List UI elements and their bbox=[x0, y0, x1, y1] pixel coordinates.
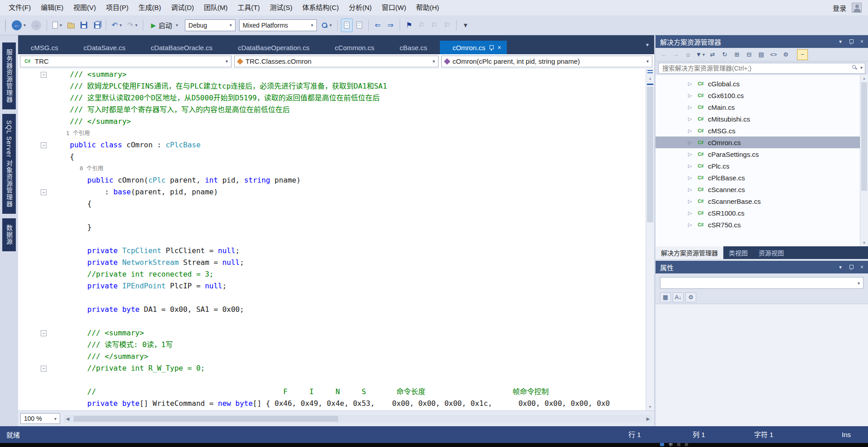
undo-button[interactable]: ↶▾ bbox=[109, 19, 124, 32]
menu-item[interactable]: 项目(P) bbox=[101, 0, 133, 15]
side-tool-tab[interactable]: SQL Server 对象资源管理器 bbox=[2, 114, 16, 214]
expander-icon[interactable]: ▷ bbox=[688, 81, 693, 87]
solution-tree-item[interactable]: ▷C#cSR1000.cs bbox=[656, 207, 868, 219]
scrollbar-thumb[interactable] bbox=[647, 87, 653, 222]
solution-tree-item[interactable]: ▷C#cPlcBase.cs bbox=[656, 172, 868, 184]
member-combobox[interactable]: cOmron(cPlc parent, int pid, string pnam… bbox=[441, 56, 652, 67]
clear-bookmarks-button[interactable]: ⚐ bbox=[441, 19, 453, 32]
fold-collapse-icon[interactable]: − bbox=[41, 189, 47, 195]
solution-configuration-combobox[interactable]: Debug ▾ bbox=[185, 19, 236, 31]
refresh-icon[interactable]: ↻ bbox=[719, 49, 730, 60]
user-avatar[interactable] bbox=[852, 3, 862, 13]
solution-tree-item[interactable]: ▷C#cMain.cs bbox=[656, 101, 868, 113]
menu-item[interactable]: 团队(M) bbox=[199, 0, 233, 15]
fold-collapse-icon[interactable]: − bbox=[41, 366, 47, 372]
search-icon[interactable] bbox=[852, 65, 857, 70]
decrease-indent-button[interactable]: ⇐ bbox=[372, 19, 384, 32]
toolbar-grip-handle[interactable] bbox=[5, 19, 7, 31]
menu-item[interactable]: 测试(S) bbox=[265, 0, 297, 15]
expander-icon[interactable]: ▷ bbox=[688, 104, 693, 110]
menu-item[interactable]: 调试(D) bbox=[166, 0, 199, 15]
navigate-forward-icon[interactable]: → bbox=[670, 49, 681, 60]
panel-tab[interactable]: 资源视图 bbox=[753, 246, 789, 259]
splitter-grip[interactable] bbox=[647, 70, 653, 74]
document-tab[interactable]: cBase.cs bbox=[387, 41, 440, 54]
expander-icon[interactable]: ▷ bbox=[688, 151, 693, 157]
tab-overflow-icon[interactable]: ▾ bbox=[641, 42, 654, 48]
document-tab[interactable]: cCommon.cs bbox=[322, 41, 387, 54]
previous-bookmark-button[interactable]: ⚐ bbox=[416, 19, 428, 32]
menu-item[interactable]: 分析(N) bbox=[344, 0, 377, 15]
solution-tree-item[interactable]: ▷C#cSR750.cs bbox=[656, 219, 868, 231]
solution-tree-item[interactable]: ▷C#cPlc.cs bbox=[656, 160, 868, 172]
sign-in-button[interactable]: 登录 bbox=[833, 3, 846, 13]
solution-tree-item[interactable]: ▷C#cMSG.cs bbox=[656, 125, 868, 136]
expander-icon[interactable]: ▷ bbox=[688, 198, 693, 204]
menu-item[interactable]: 生成(B) bbox=[133, 0, 166, 15]
start-debugging-button[interactable]: ▶ 启动 ▾ bbox=[146, 19, 183, 32]
navigate-forward-button[interactable]: → bbox=[29, 19, 43, 32]
expander-icon[interactable]: ▷ bbox=[688, 140, 693, 146]
show-all-files-icon[interactable]: ▤ bbox=[756, 49, 767, 60]
panel-tab[interactable]: 解决方案资源管理器 bbox=[656, 246, 723, 259]
expander-icon[interactable]: ▷ bbox=[688, 93, 693, 99]
expander-icon[interactable]: ▷ bbox=[688, 187, 693, 193]
tray-app-icon[interactable] bbox=[660, 443, 664, 446]
solution-tree-item[interactable]: ▷C#cScanner.cs bbox=[656, 184, 868, 195]
menu-item[interactable]: 编辑(E) bbox=[36, 0, 68, 15]
window-position-icon[interactable]: ▾ bbox=[839, 38, 842, 45]
open-file-button[interactable] bbox=[65, 19, 77, 32]
collapse-all-icon[interactable]: ⊟ bbox=[744, 49, 755, 60]
scroll-down-button[interactable]: ▾ bbox=[646, 404, 654, 410]
solution-tree-item[interactable]: ▷C#cScannerBase.cs bbox=[656, 195, 868, 207]
document-tab[interactable]: cDataBaseOperation.cs bbox=[225, 41, 322, 54]
fold-collapse-icon[interactable]: − bbox=[41, 330, 47, 336]
zoom-combobox[interactable]: 100 % ▾ bbox=[20, 413, 60, 424]
side-tool-tab[interactable]: 服务器资源管理器 bbox=[2, 42, 16, 109]
save-button[interactable] bbox=[78, 19, 90, 32]
scroll-up-button[interactable]: ▴ bbox=[860, 75, 868, 81]
menu-item[interactable]: 窗口(W) bbox=[377, 0, 411, 15]
categorized-icon[interactable]: ▦ bbox=[660, 292, 671, 302]
properties-grid[interactable] bbox=[656, 304, 868, 426]
navigate-back-icon[interactable]: ← bbox=[658, 49, 669, 60]
scroll-down-button[interactable]: ▾ bbox=[860, 240, 868, 246]
editor-horizontal-scrollbar[interactable]: ◀ ▶ bbox=[64, 415, 652, 423]
code-editor[interactable]: − /// <summary> /// 欧姆龙PLC使用FINS通讯，在与PLC… bbox=[18, 69, 654, 410]
menu-item[interactable]: 工具(T) bbox=[232, 0, 264, 15]
editor-vertical-scrollbar[interactable]: ▴ ▾ bbox=[646, 69, 654, 410]
next-bookmark-button[interactable]: ⚐ bbox=[429, 19, 440, 32]
expander-icon[interactable]: ▷ bbox=[688, 163, 693, 169]
redo-button[interactable]: ↷▾ bbox=[125, 19, 140, 32]
window-position-icon[interactable]: ▾ bbox=[839, 264, 842, 270]
menu-item[interactable]: 帮助(H) bbox=[411, 0, 444, 15]
uncomment-selection-button[interactable] bbox=[354, 19, 365, 32]
scroll-up-button[interactable]: ▴ bbox=[646, 75, 654, 81]
scrollbar-thumb[interactable] bbox=[861, 82, 867, 191]
scroll-right-button[interactable]: ▶ bbox=[644, 416, 652, 421]
pin-icon[interactable] bbox=[849, 39, 853, 45]
expander-icon[interactable]: ▷ bbox=[688, 116, 693, 122]
collapse-pane-icon[interactable]: − bbox=[797, 49, 808, 60]
expand-all-icon[interactable]: ⊞ bbox=[731, 49, 742, 60]
solution-platform-combobox[interactable]: Mixed Platforms ▾ bbox=[239, 19, 317, 31]
close-icon[interactable]: × bbox=[497, 44, 501, 51]
new-file-button[interactable]: ▾ bbox=[50, 19, 64, 32]
filter-icon[interactable]: ▼▾ bbox=[695, 49, 706, 60]
menu-item[interactable]: 视图(V) bbox=[68, 0, 101, 15]
expander-icon[interactable]: ▷ bbox=[688, 175, 693, 181]
properties-header[interactable]: 属性 ▾ × bbox=[656, 261, 868, 273]
project-combobox[interactable]: C# TRC ▾ bbox=[20, 56, 231, 67]
navigate-backward-button[interactable]: ←▾ bbox=[9, 19, 28, 32]
fold-collapse-icon[interactable]: − bbox=[41, 72, 47, 78]
ime-indicator[interactable]: 中 bbox=[669, 443, 673, 447]
solution-tree-item[interactable]: ▷C#cGx6100.cs bbox=[656, 89, 868, 101]
toggle-bookmark-button[interactable]: ⚑ bbox=[403, 19, 415, 32]
document-tab[interactable]: cMSG.cs bbox=[18, 41, 71, 54]
alphabetical-icon[interactable]: A↓ bbox=[673, 292, 684, 302]
close-icon[interactable]: × bbox=[860, 38, 863, 45]
expander-icon[interactable]: ▷ bbox=[688, 222, 693, 228]
pin-icon[interactable] bbox=[849, 264, 853, 270]
document-tab[interactable]: cDataSave.cs bbox=[71, 41, 138, 54]
toolbar-options-button[interactable]: ▾ bbox=[460, 19, 472, 32]
